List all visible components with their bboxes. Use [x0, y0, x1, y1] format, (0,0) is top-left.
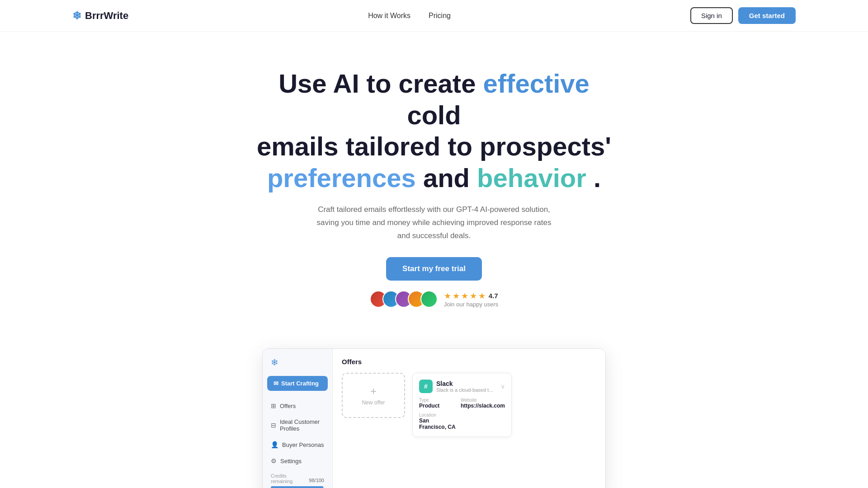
happy-users-label: Join our happy users	[444, 301, 499, 308]
title-and: and	[423, 163, 477, 192]
snowflake-icon: ❄	[72, 9, 81, 22]
new-offer-card[interactable]: + New offer	[342, 373, 405, 418]
app-window: ❄ ✉ Start Crafting ⊞ Offers ⊟ Ideal Cust…	[262, 348, 606, 488]
personas-icon: 👤	[271, 441, 278, 448]
hero-section: Use AI to create effective coldemails ta…	[0, 32, 868, 330]
new-offer-label: New offer	[362, 399, 385, 406]
logo-text: BrrrWrite	[85, 10, 128, 22]
star-5: ★	[478, 291, 486, 301]
slack-logo: #	[419, 380, 433, 393]
offer-card-header: # Slack Slack is a cloud-based team c...…	[419, 380, 505, 393]
trial-button[interactable]: Start my free trial	[386, 257, 482, 281]
website-value: https://slack.com	[461, 403, 505, 409]
sidebar-menu: ⊞ Offers ⊟ Ideal Customer Profiles 👤 Buy…	[263, 398, 332, 469]
start-crafting-button[interactable]: ✉ Start Crafting	[267, 376, 328, 391]
title-highlight-behavior: behavior	[477, 163, 586, 192]
chevron-down-icon: ∨	[500, 383, 505, 390]
start-crafting-label: Start Crafting	[281, 380, 319, 387]
sidebar-personas-label: Buyer Personas	[282, 441, 324, 448]
title-highlight-preferences: preferences	[267, 163, 416, 192]
credits-count: 98/100	[309, 478, 324, 483]
title-part1: Use AI to create	[278, 69, 483, 98]
title-period: .	[594, 163, 601, 192]
offer-name: Slack	[436, 380, 495, 387]
app-preview: ❄ ✉ Start Crafting ⊞ Offers ⊟ Ideal Cust…	[0, 348, 868, 488]
icp-icon: ⊟	[271, 422, 276, 429]
offer-description: Slack is a cloud-based team c...	[436, 387, 495, 393]
slack-offer-card[interactable]: # Slack Slack is a cloud-based team c...…	[412, 373, 512, 437]
nav-actions: Sign in Get started	[690, 7, 796, 24]
hero-title: Use AI to create effective coldemails ta…	[253, 68, 615, 193]
location-label: Location	[419, 413, 457, 418]
rating-number: 4.7	[489, 292, 498, 300]
avatars	[370, 291, 438, 308]
navbar: ❄ BrrrWrite How it Works Pricing Sign in…	[0, 0, 868, 32]
offer-card-details: Type Product Website https://slack.com L…	[419, 398, 505, 430]
sidebar: ❄ ✉ Start Crafting ⊞ Offers ⊟ Ideal Cust…	[263, 349, 333, 488]
sidebar-item-icp[interactable]: ⊟ Ideal Customer Profiles	[263, 414, 332, 436]
type-value: Product	[419, 403, 457, 409]
envelope-icon: ✉	[274, 380, 278, 387]
credits-fill	[271, 486, 323, 488]
getstarted-button[interactable]: Get started	[738, 7, 796, 24]
sidebar-footer: Credits remaining 98/100	[263, 469, 332, 488]
sidebar-logo-icon: ❄	[263, 357, 332, 376]
nav-pricing[interactable]: Pricing	[429, 12, 451, 20]
hero-subtitle: Craft tailored emails effortlessly with …	[316, 203, 552, 243]
avatar-5	[420, 291, 438, 308]
star-2: ★	[453, 291, 460, 301]
credits-bar	[271, 486, 324, 488]
offers-section-title: Offers	[342, 358, 596, 366]
star-4: ★	[470, 291, 477, 301]
title-highlight-effective: effective	[483, 69, 590, 98]
rating-info: ★ ★ ★ ★ ★ 4.7 Join our happy users	[444, 291, 499, 308]
add-icon: +	[370, 385, 377, 398]
nav-how-it-works[interactable]: How it Works	[368, 12, 410, 20]
type-label: Type	[419, 398, 457, 403]
settings-icon: ⚙	[271, 457, 277, 465]
website-label: Website	[461, 398, 505, 403]
sidebar-offers-label: Offers	[280, 403, 296, 409]
location-value: San Francisco, CA	[419, 418, 457, 430]
sidebar-item-personas[interactable]: 👤 Buyer Personas	[263, 437, 332, 452]
social-proof: ★ ★ ★ ★ ★ 4.7 Join our happy users	[9, 291, 859, 308]
sidebar-icp-label: Ideal Customer Profiles	[280, 418, 324, 432]
sidebar-settings-label: Settings	[280, 458, 302, 465]
offers-icon: ⊞	[271, 402, 276, 409]
signin-button[interactable]: Sign in	[690, 7, 733, 24]
nav-links: How it Works Pricing	[368, 12, 451, 20]
credits-label: Credits remaining	[271, 473, 309, 484]
type-group: Type Product	[419, 398, 457, 409]
star-rating: ★ ★ ★ ★ ★ 4.7	[444, 291, 498, 301]
sidebar-item-offers[interactable]: ⊞ Offers	[263, 398, 332, 413]
offers-grid: + New offer # Slack Slack is a cloud-bas…	[342, 373, 596, 437]
star-1: ★	[444, 291, 451, 301]
location-group: Location San Francisco, CA	[419, 413, 457, 430]
app-main: Offers + New offer # Slack Slack is a cl…	[333, 349, 605, 488]
star-3: ★	[461, 291, 468, 301]
website-group: Website https://slack.com	[461, 398, 505, 409]
sidebar-item-settings[interactable]: ⚙ Settings	[263, 453, 332, 469]
logo[interactable]: ❄ BrrrWrite	[72, 9, 128, 22]
title-part2: coldemails tailored to prospects'	[257, 100, 611, 161]
